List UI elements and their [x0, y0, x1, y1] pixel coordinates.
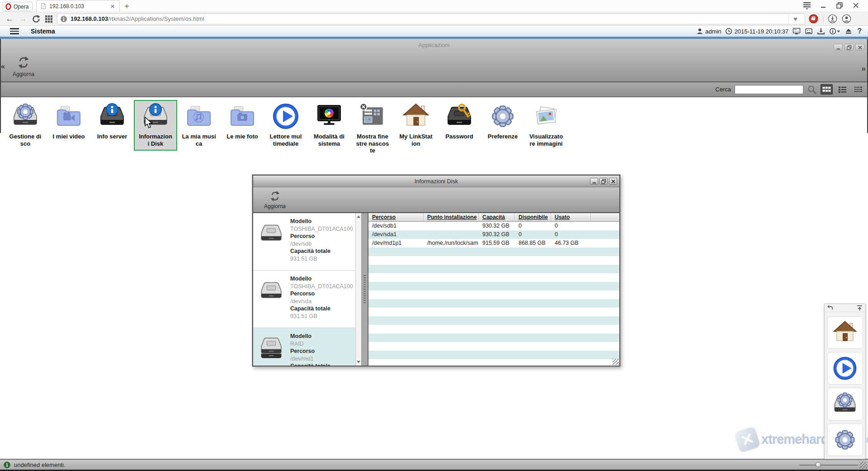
dock-settings-button[interactable]: [827, 423, 863, 456]
app-menu-icon[interactable]: [10, 28, 19, 34]
user-indicator[interactable]: admin: [696, 28, 721, 35]
table-row[interactable]: /dev/md1p1/home,/run/lock/sam915.59 GB86…: [368, 239, 619, 247]
slider-knob[interactable]: [816, 462, 821, 467]
app-le-mie-foto[interactable]: Le mie foto: [221, 100, 264, 144]
display-icon[interactable]: [793, 28, 801, 35]
adblock-stop-icon[interactable]: [809, 14, 818, 24]
column-header-capacit[interactable]: Capacità: [479, 213, 515, 221]
table-row[interactable]: [368, 299, 619, 308]
table-row[interactable]: [368, 359, 619, 366]
download-tray-icon[interactable]: [817, 28, 825, 35]
help-icon[interactable]: ?: [856, 27, 863, 35]
zoom-slider[interactable]: [799, 460, 858, 470]
app-info-server[interactable]: Info server: [90, 100, 134, 144]
column-header-usato[interactable]: Usato: [551, 213, 591, 221]
app-password[interactable]: Password: [438, 100, 481, 144]
table-row[interactable]: /dev/sda1930.32 GB00: [368, 230, 619, 239]
cell: [424, 299, 479, 308]
app-gestione-di-sco[interactable]: Gestione disco: [4, 100, 47, 151]
dock-home-button[interactable]: [827, 316, 863, 349]
app-modalit-di-sistema[interactable]: Modalità disistema: [307, 100, 351, 151]
bookmark-heart-icon[interactable]: ♥: [788, 14, 802, 24]
column-header-percorso[interactable]: Percorso: [368, 213, 424, 221]
url-field[interactable]: 192.168.0.103/rtknas2/Applications/Syste…: [57, 14, 805, 24]
view-list-button[interactable]: [836, 84, 849, 95]
table-row[interactable]: [368, 316, 619, 325]
table-row[interactable]: [368, 290, 619, 299]
browser-tab[interactable]: 192.168.0.103: [36, 0, 120, 12]
collapse-toolbar-arrow[interactable]: «: [1, 62, 5, 71]
back-button[interactable]: ←: [5, 14, 14, 24]
apps-close-button[interactable]: [855, 44, 864, 51]
app-my-linkstat-ion[interactable]: My LinkStation: [394, 100, 438, 151]
table-row[interactable]: /dev/sdb1930.32 GB00: [368, 222, 619, 230]
profile-icon[interactable]: [842, 14, 851, 24]
dialog-refresh-button[interactable]: Aggiorna: [262, 190, 288, 209]
table-row[interactable]: [368, 265, 619, 273]
app-mostra-fine-stre-nascos-te[interactable]: Mostra finestre nascoste: [351, 100, 394, 158]
table-row[interactable]: [368, 282, 619, 290]
search-input[interactable]: [735, 85, 803, 94]
app-preferenze[interactable]: Preferenze: [481, 100, 524, 144]
table-row[interactable]: [368, 325, 619, 333]
browser-restore-button[interactable]: [833, 1, 846, 10]
cell: 930.32 GB: [479, 230, 515, 239]
collapse-icon[interactable]: [856, 304, 863, 311]
dialog-close-button[interactable]: [609, 178, 617, 185]
app-lettore-mul-timediale[interactable]: Lettore multimediale: [264, 100, 307, 151]
browser-close-button[interactable]: [849, 1, 863, 10]
panel-splitter[interactable]: [362, 213, 368, 366]
disk-entry-dev-sdb[interactable]: ModelloTOSHIBA_DT01ACA100Percorso/dev/sd…: [253, 213, 355, 271]
app-menu-title[interactable]: Sistema: [31, 28, 55, 35]
browser-minimize-button[interactable]: [816, 1, 830, 10]
window-resize-grip[interactable]: [859, 461, 867, 469]
speed-dial-icon[interactable]: [44, 14, 53, 24]
table-row[interactable]: [368, 308, 619, 316]
table-row[interactable]: [368, 256, 619, 265]
table-row[interactable]: [368, 273, 619, 282]
dock-media-player-button[interactable]: [827, 352, 863, 385]
disk-list-scrollbar[interactable]: [355, 213, 361, 366]
dialog-restore-button[interactable]: [599, 178, 608, 185]
column-header-punto-installazione[interactable]: Punto installazione: [424, 213, 479, 221]
app-la-mia-musi-ca[interactable]: La mia musica: [177, 100, 221, 151]
table-row[interactable]: [368, 333, 619, 342]
opera-menu-button[interactable]: Opera: [3, 2, 33, 11]
site-info-icon[interactable]: [60, 15, 67, 23]
cell: [424, 265, 479, 273]
new-tab-button[interactable]: +: [120, 1, 133, 12]
column-header-disponibile[interactable]: Disponibile: [515, 213, 551, 221]
undo-icon[interactable]: [827, 304, 834, 311]
search-icon[interactable]: [807, 85, 817, 95]
dialog-minimize-button[interactable]: [590, 178, 598, 185]
forward-button[interactable]: →: [18, 14, 28, 24]
view-detail-button[interactable]: [852, 84, 864, 95]
tab-menu-button[interactable]: [800, 1, 814, 10]
splitter-handle[interactable]: [363, 275, 366, 304]
expand-toolbar-arrow[interactable]: »: [862, 64, 866, 73]
tab-close-icon[interactable]: [109, 3, 116, 10]
apps-minimize-button[interactable]: [834, 44, 843, 51]
reload-button[interactable]: [32, 14, 41, 24]
dock-disk-utility-button[interactable]: [827, 388, 863, 420]
disk-entry-dev-sda[interactable]: ModelloTOSHIBA_DT01ACA100Percorso/dev/sd…: [253, 271, 355, 328]
app-i-miei-video[interactable]: I miei video: [47, 100, 90, 144]
app-informazion-i-disk[interactable]: Informazioni Disk: [134, 100, 177, 151]
slider-track[interactable]: [799, 465, 858, 466]
apps-restore-button[interactable]: [844, 44, 854, 51]
scroll-up-icon[interactable]: [356, 214, 361, 219]
view-grid-button[interactable]: [821, 84, 833, 95]
app-visualizzato-re-immagini[interactable]: Visualizzatore immagini: [524, 100, 568, 151]
downloads-icon[interactable]: [828, 14, 837, 24]
table-row[interactable]: [368, 351, 619, 359]
dialog-resize-grip[interactable]: [613, 359, 619, 365]
refresh-button[interactable]: Aggiorna: [9, 55, 38, 77]
table-row[interactable]: [368, 247, 619, 256]
scroll-down-icon[interactable]: [356, 360, 361, 364]
dialog-titlebar[interactable]: Informazioni Disk: [253, 176, 619, 187]
table-row[interactable]: [368, 342, 619, 351]
nas-device-icon[interactable]: [805, 28, 813, 35]
eject-icon[interactable]: [845, 28, 852, 35]
disk-entry-dev-md1[interactable]: ModelloRAIDPercorso/dev/md1Capacità tota…: [253, 328, 355, 366]
info-menu-icon[interactable]: [829, 28, 841, 35]
